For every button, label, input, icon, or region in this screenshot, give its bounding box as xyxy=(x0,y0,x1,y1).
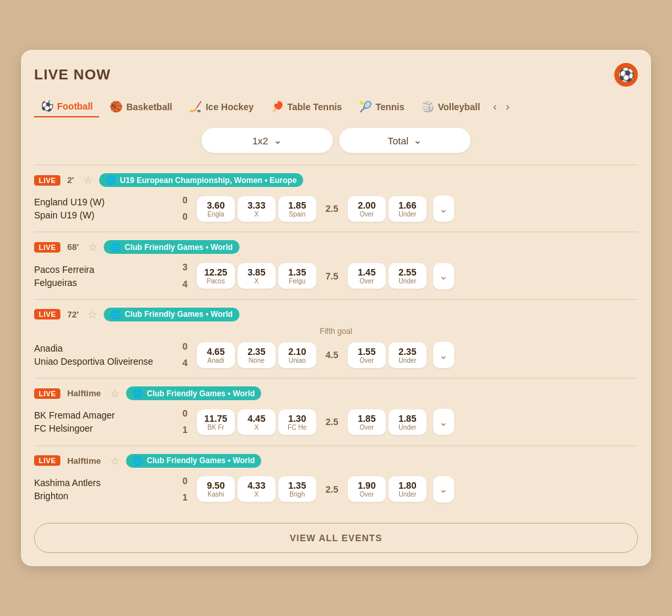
odds-label: Engla xyxy=(207,211,224,218)
score2: 4 xyxy=(182,276,188,293)
odds-label: BK Fr xyxy=(207,424,224,431)
page-title: LIVE NOW xyxy=(34,66,111,83)
star-icon[interactable]: ☆ xyxy=(88,308,97,321)
odds-button[interactable]: 3.85X xyxy=(238,263,276,289)
match-time: Halftime xyxy=(67,388,100,398)
odds-button[interactable]: 2.35None xyxy=(238,342,276,368)
score1: 0 xyxy=(182,192,188,209)
odds-button[interactable]: 3.33X xyxy=(238,196,276,222)
star-icon[interactable]: ☆ xyxy=(110,387,119,400)
live-badge: LIVE xyxy=(34,242,60,253)
tab-table-tennis[interactable]: 🏓 Table Tennis xyxy=(264,96,349,117)
tab-basketball[interactable]: 🏀 Basketball xyxy=(103,96,178,117)
competition-name: Club Friendly Games • World xyxy=(125,310,233,319)
tab-football-label: Football xyxy=(57,101,93,112)
tab-football[interactable]: ⚽ Football xyxy=(34,96,99,117)
tabs-arrow-right[interactable]: › xyxy=(503,98,512,115)
odds-button[interactable]: 1.35Felgu xyxy=(278,263,316,289)
globe-icon: 🌐 xyxy=(133,388,143,398)
total-odds-button[interactable]: 1.80Under xyxy=(388,476,427,502)
odds-button[interactable]: 1.30FC He xyxy=(278,409,316,435)
odds-value: 1.35 xyxy=(288,480,306,491)
odds-label: FC He xyxy=(287,424,306,431)
tab-volleyball[interactable]: 🏐 Volleyball xyxy=(415,96,486,117)
teams-col: Anadia Uniao Desportiva Oliveirense xyxy=(34,342,178,368)
market-filter[interactable]: 1x2 ⌄ xyxy=(201,128,333,153)
odds-button[interactable]: 9.50Kashi xyxy=(197,476,235,502)
odds-label: X xyxy=(254,277,259,285)
odds-label: X xyxy=(254,424,259,431)
expand-match-button[interactable]: ⌄ xyxy=(433,195,454,222)
table-tennis-icon: 🏓 xyxy=(271,100,284,113)
odds-button[interactable]: 4.65Anadi xyxy=(197,342,235,368)
expand-match-button[interactable]: ⌄ xyxy=(433,263,454,289)
total-line: 2.5 xyxy=(320,484,344,495)
odds-value: 3.33 xyxy=(247,200,265,211)
volleyball-icon: 🏐 xyxy=(421,100,434,113)
odds-value: 2.35 xyxy=(247,346,265,357)
total-odds-label: Under xyxy=(398,277,416,285)
odds-button[interactable]: 2.10Uniao xyxy=(278,342,316,368)
globe-icon: 🌐 xyxy=(110,310,121,319)
total-odds-button[interactable]: 1.85Under xyxy=(388,409,427,435)
tab-tennis[interactable]: 🎾 Tennis xyxy=(352,96,411,117)
odds-button[interactable]: 1.85Spain xyxy=(278,196,316,222)
score1: 0 xyxy=(182,405,188,422)
expand-match-button[interactable]: ⌄ xyxy=(433,409,454,435)
odds-button[interactable]: 12.25Pacos xyxy=(197,263,235,289)
scores-col: 0 1 xyxy=(182,405,188,438)
total-odds-button[interactable]: 2.00Over xyxy=(348,196,386,222)
odds-button[interactable]: 4.33X xyxy=(238,476,276,502)
teams-col: BK Fremad Amager FC Helsingoer xyxy=(34,409,178,435)
tennis-icon: 🎾 xyxy=(359,100,372,113)
score2: 1 xyxy=(182,489,188,506)
odds-value: 1.30 xyxy=(288,413,306,424)
odds-button[interactable]: 4.45X xyxy=(238,409,276,435)
competition-name: Club Friendly Games • World xyxy=(147,389,255,398)
total-odds-value: 1.90 xyxy=(358,480,375,491)
total-odds-button[interactable]: 1.85Over xyxy=(348,409,386,435)
odds-value: 2.10 xyxy=(288,346,306,357)
view-all-button[interactable]: VIEW ALL EVENTS xyxy=(34,523,638,553)
total-odds-button[interactable]: 1.55Over xyxy=(348,342,386,368)
total-odds-button[interactable]: 1.90Over xyxy=(348,476,386,502)
total-odds-button[interactable]: 2.55Under xyxy=(388,263,427,289)
odds-button[interactable]: 11.75BK Fr xyxy=(197,409,235,435)
1x2-odds-group: 3.60Engla3.33X1.85Spain xyxy=(197,196,316,222)
odds-value: 1.85 xyxy=(288,200,306,211)
star-icon[interactable]: ☆ xyxy=(88,241,97,253)
match-odds-row: Pacos Ferreira Felgueiras 3 4 12.25Pacos… xyxy=(34,259,638,292)
total-filter[interactable]: Total ⌄ xyxy=(339,128,471,153)
match-odds-row: BK Fremad Amager FC Helsingoer 0 1 11.75… xyxy=(34,405,638,438)
team2-name: Spain U19 (W) xyxy=(34,209,178,222)
expand-match-button[interactable]: ⌄ xyxy=(433,476,454,503)
total-odds-button[interactable]: 1.66Under xyxy=(388,196,427,222)
match-group: LIVE Halftime ☆ 🌐 Club Friendly Games • … xyxy=(34,445,638,512)
teams-col: England U19 (W) Spain U19 (W) xyxy=(34,195,178,222)
live-now-container: LIVE NOW ⚽ ⚽ Football 🏀 Basketball 🏒 Ice… xyxy=(21,50,651,566)
tab-ice-hockey[interactable]: 🏒 Ice Hockey xyxy=(182,96,260,117)
odds-label: Kashi xyxy=(207,491,224,498)
odds-button[interactable]: 1.35Brigh xyxy=(278,476,316,502)
odds-button[interactable]: 3.60Engla xyxy=(197,196,235,222)
market-filter-label: 1x2 xyxy=(252,135,268,146)
globe-icon: 🌐 xyxy=(106,175,116,185)
total-odds-value: 1.45 xyxy=(358,267,375,277)
total-odds-button[interactable]: 1.45Over xyxy=(348,263,386,289)
match-time: 72' xyxy=(67,310,79,319)
expand-match-button[interactable]: ⌄ xyxy=(433,342,454,368)
star-icon[interactable]: ☆ xyxy=(110,455,119,467)
total-line: 7.5 xyxy=(320,271,344,281)
star-icon[interactable]: ☆ xyxy=(83,174,93,186)
odds-label: X xyxy=(254,491,259,498)
total-filter-arrow: ⌄ xyxy=(413,134,422,146)
competition-badge: 🌐 U19 European Championship, Women • Eur… xyxy=(99,173,303,187)
tabs-arrow-left[interactable]: ‹ xyxy=(491,98,499,115)
total-odds-label: Under xyxy=(398,491,416,498)
odds-label: Felgu xyxy=(289,277,305,285)
total-odds-button[interactable]: 2.35Under xyxy=(388,342,427,368)
total-odds-label: Over xyxy=(360,277,374,285)
match-odds-row: Anadia Uniao Desportiva Oliveirense 0 4 … xyxy=(34,339,638,371)
total-odds-label: Under xyxy=(398,424,416,431)
odds-value: 1.35 xyxy=(288,267,306,277)
